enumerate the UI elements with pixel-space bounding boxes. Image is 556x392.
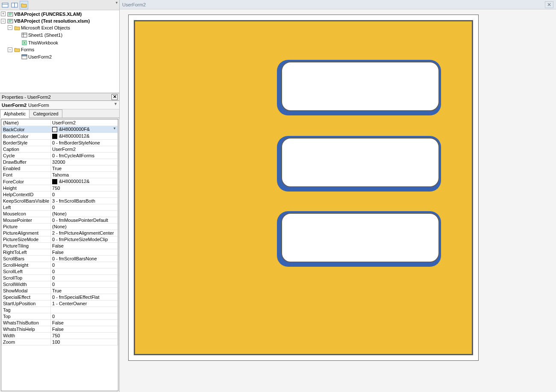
property-row[interactable]: RightToLeftFalse xyxy=(2,249,118,256)
properties-object-selector[interactable]: UserForm2 UserForm ▼ xyxy=(0,101,119,109)
property-value[interactable]: 750 xyxy=(51,333,118,339)
property-value[interactable]: UserForm2 xyxy=(51,146,118,153)
property-row[interactable]: Picture(None) xyxy=(2,224,118,230)
property-row[interactable]: ForeColor&H80000012& xyxy=(2,178,118,185)
property-row[interactable]: PictureSizeMode0 - fmPictureSizeModeClip xyxy=(2,236,118,243)
userform-body[interactable] xyxy=(134,20,473,355)
property-row[interactable]: StartUpPosition1 - CenterOwner xyxy=(2,301,118,307)
property-row[interactable]: EnabledTrue xyxy=(2,165,118,172)
property-value[interactable]: 1 - CenterOwner xyxy=(51,301,118,307)
property-value[interactable]: False xyxy=(51,326,118,333)
property-row[interactable]: Tag xyxy=(2,307,118,313)
toolbar-dropdown-icon[interactable]: ▼ xyxy=(115,1,118,5)
toggle-folders-button[interactable] xyxy=(20,1,28,9)
property-row[interactable]: Top0 xyxy=(2,313,118,320)
property-row[interactable]: ScrollBars0 - fmScrollBarsNone xyxy=(2,256,118,262)
property-value[interactable]: 0 xyxy=(51,204,118,211)
designer-close-button[interactable]: ✕ xyxy=(545,1,553,8)
property-row[interactable]: PictureAlignment2 - fmPictureAlignmentCe… xyxy=(2,230,118,236)
property-value[interactable]: 0 - fmCycleAllForms xyxy=(51,153,118,159)
property-value[interactable]: 100 xyxy=(51,339,118,345)
property-value[interactable]: &H80000012& xyxy=(51,178,118,185)
property-row[interactable]: ScrollWidth0 xyxy=(2,281,118,288)
property-value[interactable]: 750 xyxy=(51,185,118,192)
property-row[interactable]: BackColor&H8000000F& xyxy=(2,126,118,133)
property-value[interactable]: 0 - fmScrollBarsNone xyxy=(51,256,118,262)
property-value[interactable]: (None) xyxy=(51,224,118,230)
form-button-3[interactable] xyxy=(277,211,441,267)
property-value[interactable]: False xyxy=(51,243,118,249)
property-value[interactable]: 0 xyxy=(51,275,118,281)
property-value[interactable]: 0 xyxy=(51,281,118,288)
tree-excel-objects-folder[interactable]: − Microsoft Excel Objects xyxy=(8,25,70,30)
property-name: ScrollHeight xyxy=(2,262,51,268)
form-button-2[interactable] xyxy=(277,136,441,192)
property-value[interactable]: &H8000000F& xyxy=(51,126,118,133)
property-row[interactable]: WhatsThisButtonFalse xyxy=(2,320,118,326)
property-value[interactable]: 0 xyxy=(51,262,118,268)
svg-rect-6 xyxy=(22,33,27,37)
property-value[interactable]: Tahoma xyxy=(51,172,118,178)
property-row[interactable]: FontTahoma xyxy=(2,172,118,178)
property-value[interactable]: (None) xyxy=(51,211,118,217)
property-row[interactable]: DrawBuffer32000 xyxy=(2,159,118,165)
property-value[interactable]: True xyxy=(51,288,118,294)
folder-icon xyxy=(14,25,20,30)
userform-frame[interactable] xyxy=(128,15,479,361)
view-code-button[interactable] xyxy=(1,1,9,9)
view-object-button[interactable] xyxy=(10,1,19,9)
tree-userform2[interactable]: UserForm2 xyxy=(15,54,52,59)
property-value[interactable]: 0 - fmMousePointerDefault xyxy=(51,217,118,224)
property-value[interactable]: False xyxy=(51,249,118,256)
tree-thisworkbook[interactable]: ThisWorkbook xyxy=(15,40,58,45)
property-row[interactable]: Width750 xyxy=(2,333,118,339)
property-value[interactable]: 0 - fmSpecialEffectFlat xyxy=(51,294,118,301)
property-row[interactable]: ShowModalTrue xyxy=(2,288,118,294)
property-value[interactable]: 3 - fmScrollBarsBoth xyxy=(51,198,118,204)
tree-forms-folder[interactable]: − Forms xyxy=(8,47,34,52)
property-row[interactable]: WhatsThisHelpFalse xyxy=(2,326,118,333)
properties-close-button[interactable]: ✕ xyxy=(112,94,118,100)
property-row[interactable]: MouseIcon(None) xyxy=(2,211,118,217)
property-value[interactable]: UserForm2 xyxy=(51,120,118,126)
property-row[interactable]: CaptionUserForm2 xyxy=(2,146,118,153)
property-value[interactable]: &H80000012& xyxy=(51,133,118,140)
property-row[interactable]: Height750 xyxy=(2,185,118,192)
designer-titlebar: UserForm2 ✕ xyxy=(120,0,556,9)
property-row[interactable]: ScrollHeight0 xyxy=(2,262,118,268)
property-row[interactable]: ScrollLeft0 xyxy=(2,268,118,275)
tab-categorized[interactable]: Categorized xyxy=(29,109,62,118)
property-row[interactable]: PictureTilingFalse xyxy=(2,243,118,249)
property-row[interactable]: HelpContextID0 xyxy=(2,192,118,198)
property-row[interactable]: MousePointer0 - fmMousePointerDefault xyxy=(2,217,118,224)
chevron-down-icon: ▼ xyxy=(114,102,118,106)
property-row[interactable]: BorderColor&H80000012& xyxy=(2,133,118,140)
property-row[interactable]: (Name)UserForm2 xyxy=(2,120,118,126)
property-row[interactable]: Zoom100 xyxy=(2,339,118,345)
property-row[interactable]: KeepScrollBarsVisible3 - fmScrollBarsBot… xyxy=(2,198,118,204)
tree-sheet1[interactable]: Sheet1 (Sheet1) xyxy=(15,32,62,38)
tree-project-testres[interactable]: − VBAProject (Test resolution.xlsm) xyxy=(1,18,90,24)
property-row[interactable]: SpecialEffect0 - fmSpecialEffectFlat xyxy=(2,294,118,301)
property-value[interactable]: 2 - fmPictureAlignmentCenter xyxy=(51,230,118,236)
property-value[interactable]: 0 xyxy=(51,192,118,198)
project-explorer[interactable]: + VBAProject (FUNCRES.XLAM) − VBAProject… xyxy=(0,10,119,93)
property-value[interactable]: 32000 xyxy=(51,159,118,165)
properties-grid[interactable]: (Name)UserForm2BackColor&H8000000F&Borde… xyxy=(1,119,118,391)
property-value[interactable]: 0 xyxy=(51,313,118,320)
property-value[interactable]: 0 xyxy=(51,268,118,275)
form-button-1[interactable] xyxy=(277,60,441,115)
tab-alphabetic[interactable]: Alphabetic xyxy=(0,109,29,118)
color-swatch-icon xyxy=(52,134,57,139)
property-value[interactable]: True xyxy=(51,165,118,172)
property-row[interactable]: BorderStyle0 - fmBorderStyleNone xyxy=(2,140,118,146)
property-value[interactable]: False xyxy=(51,320,118,326)
property-row[interactable]: Left0 xyxy=(2,204,118,211)
property-row[interactable]: Cycle0 - fmCycleAllForms xyxy=(2,153,118,159)
property-value[interactable]: 0 - fmBorderStyleNone xyxy=(51,140,118,146)
property-value[interactable] xyxy=(51,307,118,313)
tree-project-funcres[interactable]: + VBAProject (FUNCRES.XLAM) xyxy=(1,11,82,17)
form-design-surface[interactable] xyxy=(120,9,556,392)
property-row[interactable]: ScrollTop0 xyxy=(2,275,118,281)
property-value[interactable]: 0 - fmPictureSizeModeClip xyxy=(51,236,118,243)
